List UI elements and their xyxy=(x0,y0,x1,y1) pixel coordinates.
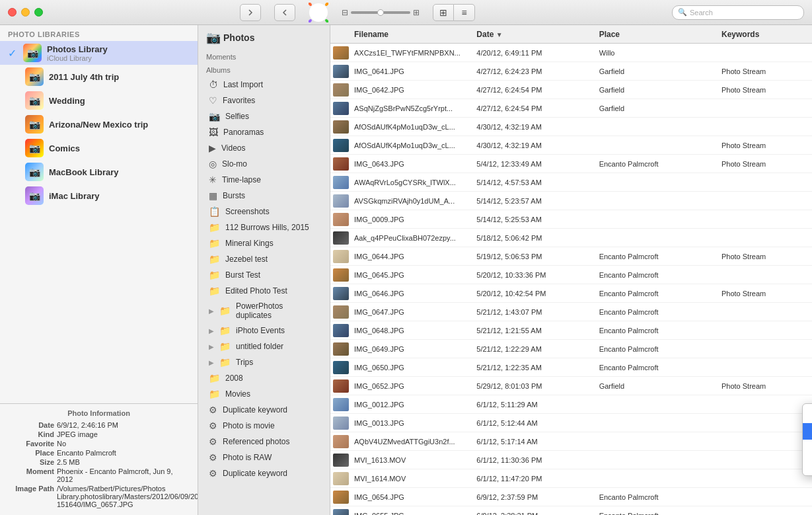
file-name: IMG_0644.JPG xyxy=(351,253,474,260)
photo-info-panel: Photo Information Date6/9/12, 2:46:16 PM… xyxy=(0,403,198,515)
album-label: Mineral Kings xyxy=(225,239,274,248)
file-keywords: Photo Stream xyxy=(719,290,812,297)
file-row[interactable]: IMG_0643.JPG 5/4/12, 12:33:49 AM Encanto… xyxy=(330,155,812,173)
file-row[interactable]: AVSGkqmziRVAjh0y1dUM_A... 5/14/12, 5:23:… xyxy=(330,192,812,210)
grid-view-button[interactable]: ⊞ xyxy=(433,4,454,21)
album-icon: ♡ xyxy=(209,95,217,106)
info-value: 6/9/12, 2:46:16 PM xyxy=(57,421,190,429)
file-row[interactable]: IMG_0654.JPG 6/9/12, 2:37:59 PM Encanto … xyxy=(330,488,812,506)
album-item-2008[interactable]: 📁 2008 xyxy=(198,370,330,386)
maximize-button[interactable] xyxy=(34,8,43,17)
album-label: Photo is RAW xyxy=(223,453,272,462)
forward-button[interactable] xyxy=(274,4,295,21)
album-item-edited-photo-test[interactable]: 📁 Edited Photo Test xyxy=(198,283,330,299)
album-item-duplicate-keyword[interactable]: ⚙ Duplicate keyword xyxy=(198,402,330,418)
file-row[interactable]: AfOSdAUfK4pMo1uqD3w_cL... 4/30/12, 4:32:… xyxy=(330,136,812,155)
library-item-photos-library[interactable]: ✓ 📷 Photos Library iCloud Library xyxy=(0,41,198,65)
album-item-favorites[interactable]: ♡ Favorites xyxy=(198,93,330,108)
library-item-2011-july[interactable]: 📷 2011 July 4th trip xyxy=(0,65,198,89)
thumbnail xyxy=(333,102,349,115)
file-row[interactable]: MVI_1613.MOV 6/1/12, 11:30:36 PM xyxy=(330,451,812,469)
col-filename-header[interactable]: Filename xyxy=(351,30,474,39)
file-row[interactable]: AQbV4UZMvedATTGgiU3n2f... 6/1/12, 5:17:1… xyxy=(330,432,812,451)
file-row[interactable]: IMG_0649.JPG 5/21/12, 1:22:29 AM Encanto… xyxy=(330,340,812,358)
album-item-selfies[interactable]: 📷 Selfies xyxy=(198,108,330,124)
album-item-untitled-folder[interactable]: ▶ 📁 untitled folder xyxy=(198,338,330,354)
album-item-duplicate-keyword2[interactable]: ⚙ Duplicate keyword xyxy=(198,465,330,481)
file-row[interactable]: IMG_0644.JPG 5/19/12, 5:06:53 PM Encanto… xyxy=(330,247,812,266)
album-item-photo-is-movie[interactable]: ⚙ Photo is movie xyxy=(198,418,330,434)
album-item-bursts[interactable]: ▦ Bursts xyxy=(198,188,330,204)
file-name: AVSGkqmziRVAjh0y1dUM_A... xyxy=(351,197,474,205)
file-name: ASqNjZgSBrPwN5Zcg5rYrpt... xyxy=(351,104,474,112)
album-item-referenced-photos[interactable]: ⚙ Referenced photos xyxy=(198,434,330,450)
file-name: Aak_q4PPeuClixaBH072ezpy... xyxy=(351,234,474,242)
album-label: Jezebel test xyxy=(225,255,268,264)
album-item-panoramas[interactable]: 🖼 Panoramas xyxy=(198,124,330,140)
album-item-slo-mo[interactable]: ◎ Slo-mo xyxy=(198,156,330,172)
file-row[interactable]: IMG_0655.JPG 6/9/12, 2:38:21 PM Encanto … xyxy=(330,506,812,515)
file-row[interactable]: ASqNjZgSBrPwN5Zcg5rYrpt... 4/27/12, 6:24… xyxy=(330,99,812,118)
file-row[interactable]: IMG_0012.JPG 6/1/12, 5:11:29 AM xyxy=(330,395,812,414)
search-bar[interactable]: 🔍 Search xyxy=(672,5,804,20)
context-menu-item-show-in-moment[interactable]: Show in Moment xyxy=(803,440,812,456)
file-row[interactable]: AWAqRVrLo5gCYSRk_lTWlX... 5/14/12, 4:57:… xyxy=(330,173,812,192)
list-view-button[interactable]: ≡ xyxy=(454,4,475,21)
file-row[interactable]: IMG_0648.JPG 5/21/12, 1:21:55 AM Encanto… xyxy=(330,321,812,340)
file-row[interactable]: AfOSdAUfK4pMo1uqD3w_cL... 4/30/12, 4:32:… xyxy=(330,118,812,136)
file-row[interactable]: AXCzs1El_TWFYtFMRNPBXN... 4/20/12, 6:49:… xyxy=(330,44,812,62)
album-item-videos[interactable]: ▶ Videos xyxy=(198,140,330,156)
back-button[interactable] xyxy=(240,4,261,21)
context-menu-item-select-in-photos[interactable]: Select in Photos xyxy=(803,456,812,473)
album-item-mineral-kings[interactable]: 📁 Mineral Kings xyxy=(198,235,330,251)
zoom-in-icon: ⊞ xyxy=(413,8,420,17)
thumb-cell xyxy=(330,268,351,282)
file-keywords: Photo Stream xyxy=(719,253,812,260)
file-row[interactable]: IMG_0013.JPG 6/1/12, 5:12:44 AM xyxy=(330,414,812,432)
album-item-time-lapse[interactable]: ✳ Time-lapse xyxy=(198,172,330,188)
file-date: 5/19/12, 5:06:53 PM xyxy=(474,253,596,260)
info-label: Kind xyxy=(8,430,54,438)
thumb-cell xyxy=(330,83,351,97)
album-item-112-burrows[interactable]: 📁 112 Burrows Hills, 2015 xyxy=(198,219,330,235)
album-item-powerphotos[interactable]: ▶ 📁 PowerPhotos duplicates xyxy=(198,299,330,323)
file-row[interactable]: IMG_0641.JPG 4/27/12, 6:24:23 PM Garfiel… xyxy=(330,62,812,81)
file-row[interactable]: MVI_1614.MOV 6/1/12, 11:47:20 PM xyxy=(330,469,812,488)
album-label: Edited Photo Test xyxy=(225,286,287,296)
album-item-jezebel-test[interactable]: 📁 Jezebel test xyxy=(198,251,330,267)
file-row[interactable]: IMG_0646.JPG 5/20/12, 10:42:54 PM Encant… xyxy=(330,284,812,303)
file-row[interactable]: IMG_0642.JPG 4/27/12, 6:24:54 PM Garfiel… xyxy=(330,81,812,99)
titlebar-right: 🔍 Search xyxy=(672,5,804,20)
info-label: Moment xyxy=(8,467,54,483)
album-item-iphoto-events[interactable]: ▶ 📁 iPhoto Events xyxy=(198,323,330,338)
context-menu-item-show-original[interactable]: Show Original File xyxy=(803,423,812,440)
album-item-screenshots[interactable]: 📋 Screenshots xyxy=(198,204,330,219)
file-row[interactable]: Aak_q4PPeuClixaBH072ezpy... 5/18/12, 5:0… xyxy=(330,229,812,247)
album-item-burst-test[interactable]: 📁 Burst Test xyxy=(198,267,330,283)
col-keywords-header: Keywords xyxy=(719,30,812,39)
album-item-movies[interactable]: 📁 Movies xyxy=(198,386,330,402)
album-item-photo-is-raw[interactable]: ⚙ Photo is RAW xyxy=(198,450,330,465)
library-item-macbook[interactable]: 📷 MacBook Library xyxy=(0,160,198,184)
library-item-comics[interactable]: 📷 Comics xyxy=(0,136,198,160)
zoom-slider[interactable]: ⊟ ⊞ xyxy=(342,8,420,17)
file-row[interactable]: IMG_0647.JPG 5/21/12, 1:43:07 PM Encanto… xyxy=(330,303,812,321)
file-date: 4/27/12, 6:24:54 PM xyxy=(474,86,596,94)
album-label: 112 Burrows Hills, 2015 xyxy=(225,223,309,232)
thumbnail xyxy=(333,157,349,171)
library-item-imac[interactable]: 📷 iMac Library xyxy=(0,184,198,208)
album-item-trips[interactable]: ▶ 📁 Trips xyxy=(198,354,330,370)
library-item-arizona[interactable]: 📷 Arizona/New Mexico trip xyxy=(0,112,198,136)
close-button[interactable] xyxy=(8,8,17,17)
file-date: 5/14/12, 5:23:57 AM xyxy=(474,197,596,205)
col-date-header[interactable]: Date ▼ xyxy=(474,30,596,39)
file-list-header: Filename Date ▼ Place Keywords xyxy=(330,25,812,44)
file-row[interactable]: IMG_0650.JPG 5/21/12, 1:22:35 AM Encanto… xyxy=(330,358,812,377)
library-item-wedding[interactable]: 📷 Wedding xyxy=(0,89,198,112)
album-item-last-import[interactable]: ⏱ Last Import xyxy=(198,77,330,93)
file-row[interactable]: IMG_0645.JPG 5/20/12, 10:33:36 PM Encant… xyxy=(330,266,812,284)
minimize-button[interactable] xyxy=(21,8,30,17)
file-row[interactable]: IMG_0652.JPG 5/29/12, 8:01:03 PM Garfiel… xyxy=(330,377,812,395)
search-icon: 🔍 xyxy=(678,8,687,17)
file-row[interactable]: IMG_0009.JPG 5/14/12, 5:25:53 AM xyxy=(330,210,812,229)
